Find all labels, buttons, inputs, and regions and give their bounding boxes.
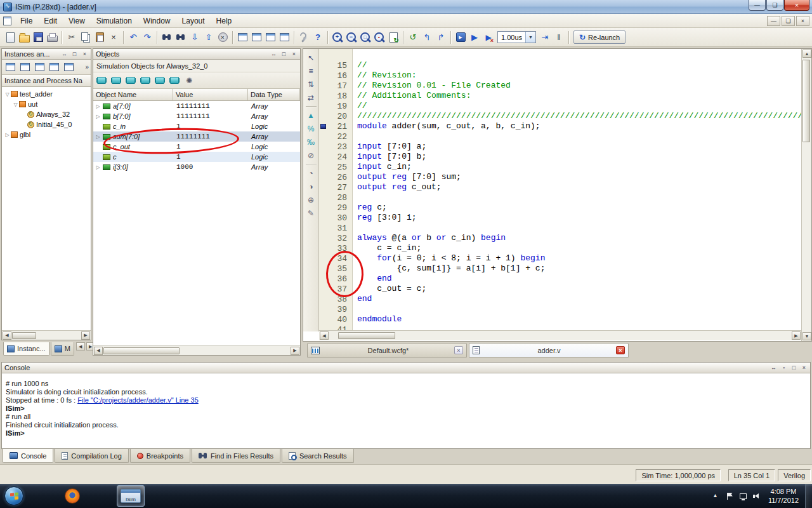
code-line[interactable]: c_out = c; xyxy=(353,284,801,294)
zoom-area-icon[interactable] xyxy=(373,31,386,44)
scroll-right-icon[interactable]: ▶ xyxy=(81,331,90,340)
line-number[interactable]: 26 xyxy=(319,172,352,182)
taskbar-clock[interactable]: 4:08 PM 11/7/2012 xyxy=(768,487,799,505)
float-window-icon[interactable] xyxy=(278,31,291,44)
panel-maximize-icon[interactable]: □ xyxy=(789,363,799,371)
taskbar-button-isim[interactable]: ISim xyxy=(117,485,145,507)
code-line[interactable]: // Additional Comments: xyxy=(353,91,801,101)
tab-compilation-log[interactable]: Compilation Log xyxy=(55,449,129,463)
mdi-close-icon[interactable]: × xyxy=(796,16,809,26)
panel-close-icon[interactable]: × xyxy=(80,50,89,58)
step-into-icon[interactable]: ↱ xyxy=(435,31,447,44)
row-expander-icon[interactable]: ▷ xyxy=(95,134,102,140)
radix-signed-icon[interactable] xyxy=(154,74,166,87)
line-number[interactable]: 22 xyxy=(319,131,352,142)
scroll-right-icon[interactable]: ▶ xyxy=(291,347,299,355)
line-number[interactable]: 40 xyxy=(319,314,352,324)
copy-icon[interactable] xyxy=(79,31,92,44)
object-row-i30[interactable]: ▷i[3:0]1000Array xyxy=(93,162,300,172)
code-line[interactable] xyxy=(353,304,801,314)
cut-icon[interactable]: ✂ xyxy=(65,31,78,44)
scroll-thumb[interactable] xyxy=(338,332,395,339)
column-header-object-name[interactable]: Object Name xyxy=(93,89,173,100)
line-number[interactable]: 28 xyxy=(319,192,352,203)
tab-scroll-left-icon[interactable]: ◀ xyxy=(76,342,85,351)
mdi-minimize-icon[interactable]: — xyxy=(767,16,780,26)
start-button[interactable] xyxy=(4,486,23,505)
run-icon[interactable] xyxy=(454,31,467,44)
minimize-button[interactable]: — xyxy=(749,0,766,11)
panel-close-icon[interactable]: × xyxy=(289,50,299,58)
code-line[interactable]: output reg c_out; xyxy=(353,182,801,192)
scroll-thumb[interactable] xyxy=(802,60,810,142)
show-desktop-button[interactable] xyxy=(805,484,812,508)
title-bar[interactable]: ISim (P.28xd) - [adder.v] — ❏ × xyxy=(0,0,812,14)
line-number[interactable]: 31 xyxy=(319,223,352,233)
tab-adder-v[interactable]: adder.v× xyxy=(469,343,629,358)
zoom-full-icon[interactable] xyxy=(359,31,372,44)
find-in-files-icon[interactable] xyxy=(174,31,187,44)
object-row-a70[interactable]: ▷a[7:0]11111111Array xyxy=(93,101,300,111)
taskbar-button-firefox[interactable] xyxy=(58,485,86,507)
line-number[interactable]: 19 xyxy=(319,101,352,111)
step-return-icon[interactable]: ↰ xyxy=(421,31,433,44)
object-row-b70[interactable]: ▷b[7:0]11111111Array xyxy=(93,111,300,121)
panel-float-icon[interactable]: □ xyxy=(279,50,289,58)
tray-network-icon[interactable] xyxy=(739,492,747,500)
settings-wrench-icon[interactable] xyxy=(298,31,310,44)
redo-icon[interactable]: ↷ xyxy=(141,31,154,44)
line-number[interactable]: 25 xyxy=(319,162,352,172)
code-line[interactable]: endmodule xyxy=(353,314,801,324)
radix-ascii-icon[interactable] xyxy=(168,74,181,87)
tab-breakpoints[interactable]: Breakpoints xyxy=(130,449,190,463)
panel-float-icon[interactable]: □ xyxy=(70,50,79,58)
tree-expander-icon[interactable]: ▽ xyxy=(12,102,19,107)
code-line[interactable]: // xyxy=(353,101,801,111)
run-for-time-icon[interactable] xyxy=(482,31,495,44)
relaunch-button[interactable]: ↻Re-launch xyxy=(573,30,625,44)
console-file-link[interactable]: File "C:/projects/adder/adder.v" Line 35 xyxy=(77,396,199,404)
tile-horizontal-icon[interactable] xyxy=(250,31,263,44)
float-window-icon[interactable] xyxy=(18,61,31,74)
row-expander-icon[interactable]: ▷ xyxy=(95,164,102,170)
dock-tab-instanc-[interactable]: Instanc... xyxy=(3,342,49,356)
toolbar-overflow-icon[interactable]: » xyxy=(85,64,89,70)
new-window-icon[interactable] xyxy=(236,31,249,44)
code-line[interactable]: end xyxy=(353,294,801,304)
code-line[interactable]: {c, sum[i]} = a[i] + b[1] + c; xyxy=(353,264,801,274)
code-line[interactable]: input c_in; xyxy=(353,162,801,172)
line-number[interactable]: 24 xyxy=(319,152,352,162)
row-expander-icon[interactable]: ▷ xyxy=(95,114,102,119)
code-line[interactable]: module adder(sum, c_out, a, b, c_in); xyxy=(353,121,801,131)
reload-doc-icon[interactable] xyxy=(387,31,400,44)
menu-view[interactable]: View xyxy=(63,15,91,27)
code-line[interactable]: for(i = 0; i < 8; i = i + 1) begin xyxy=(353,253,801,264)
radix-unsigned-icon[interactable] xyxy=(139,74,152,87)
line-number[interactable]: 15 xyxy=(319,60,352,70)
dock-window-icon[interactable] xyxy=(4,61,16,74)
marker-icon[interactable]: ▲ xyxy=(305,109,317,121)
tree-item-initial_45_0[interactable]: Initial_45_0 xyxy=(2,119,91,130)
console-panel-header[interactable]: Console ↔ ▫ □ × xyxy=(2,363,810,373)
radix-binary-icon[interactable] xyxy=(110,74,122,87)
code-line[interactable]: ////////////////////////////////////////… xyxy=(353,111,801,121)
code-line[interactable]: // Revision 0.01 - File Created xyxy=(353,81,801,91)
code-line[interactable]: output reg [7:0] sum; xyxy=(353,172,801,182)
disable-icon[interactable]: ⊘ xyxy=(305,149,317,161)
scroll-right-icon[interactable]: ▶ xyxy=(792,331,801,340)
line-number[interactable]: 16 xyxy=(319,70,352,81)
scroll-thumb[interactable] xyxy=(12,332,36,339)
code-line[interactable] xyxy=(353,223,801,233)
restart-icon[interactable]: ↺ xyxy=(407,31,419,44)
panel-dock-icon[interactable]: ↔ xyxy=(60,50,69,58)
tray-expand-icon[interactable] xyxy=(712,492,721,500)
tree-item-always_32[interactable]: Always_32 xyxy=(2,109,91,119)
tab-console[interactable]: Console xyxy=(3,449,53,463)
sort-lines-icon[interactable]: ⇅ xyxy=(305,78,317,90)
menu-edit[interactable]: Edit xyxy=(38,15,63,27)
collapse-all-icon[interactable] xyxy=(33,61,46,74)
line-number[interactable]: 29 xyxy=(319,203,352,213)
object-row-c[interactable]: c1Logic xyxy=(93,152,300,162)
zoom-cursor-icon[interactable]: ◔ xyxy=(305,167,317,179)
instances-panel-header[interactable]: Instances an... ↔ □ × xyxy=(2,49,91,60)
